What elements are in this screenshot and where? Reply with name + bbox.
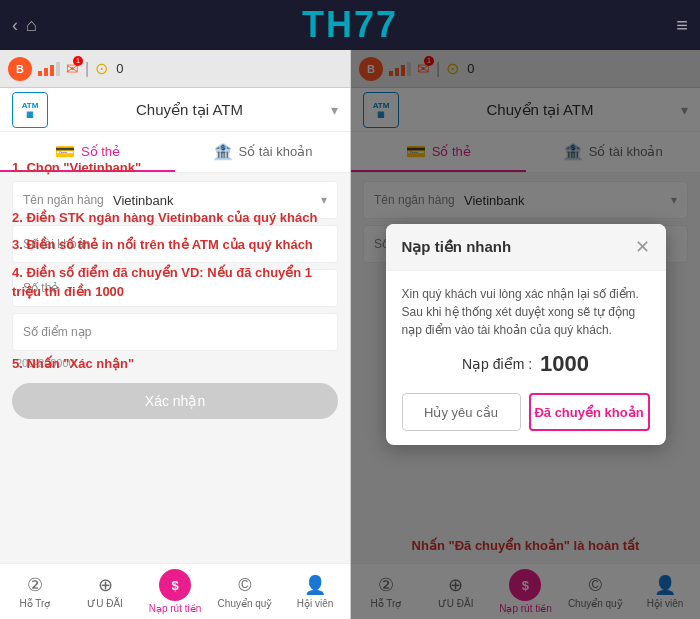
account-input-left[interactable] — [113, 237, 327, 252]
form-area-left: Tên ngân hàng Vietinbank ▾ Số tài khoản … — [0, 173, 350, 563]
back-icon[interactable]: ‹ — [12, 15, 18, 36]
card-label-left: Số thẻ — [23, 281, 113, 295]
modal-title: Nạp tiền nhanh — [402, 238, 512, 256]
avatar-left: B — [8, 57, 32, 81]
points-hint-left: 200-200000 — [12, 357, 338, 369]
nav-chuyen-quy-left[interactable]: © Chuyển quỹ — [210, 575, 280, 609]
card-row-left: Số thẻ — [12, 269, 338, 307]
right-panel: B ✉ 1 | ⊙ 0 ATM ▦ Chuyển tại ATM ▾ 💳 — [350, 50, 700, 619]
hoi-vien-icon-left: 👤 — [304, 574, 326, 596]
ho-tro-label-left: Hỗ Trợ — [20, 598, 51, 609]
mail-icon-left: ✉ 1 — [66, 60, 79, 78]
zero-left: 0 — [116, 61, 123, 76]
ho-tro-icon-left: ② — [27, 574, 43, 596]
modal-overlay: Nạp tiền nhanh ✕ Xin quý khách vui lòng … — [351, 50, 700, 619]
bottom-nav-left: ② Hỗ Trợ ⊕ ƯU ĐÃI $ Nạp rút tiền © Chuyể… — [0, 563, 350, 619]
nav-uu-dai-left[interactable]: ⊕ ƯU ĐÃI — [70, 574, 140, 609]
atm-icon-left: ATM ▦ — [12, 92, 48, 128]
bank-value-left: Vietinbank — [113, 193, 321, 208]
status-bar-left: B ✉ 1 | ⊙ 0 — [0, 50, 350, 88]
signal-bars-left — [38, 62, 60, 76]
mail-badge-left: 1 — [73, 56, 83, 66]
account-label-left: Số tài khoản — [23, 237, 113, 251]
brand-logo: TH77 — [302, 4, 398, 46]
chuyen-quy-icon-left: © — [238, 575, 251, 596]
modal-points-label: Nạp điểm : — [462, 356, 532, 372]
header-title-left: Chuyển tại ATM — [136, 101, 243, 119]
account-row-left: Số tài khoản — [12, 225, 338, 263]
top-banner: ‹ ⌂ TH77 ≡ — [0, 0, 700, 50]
tab-so-the-left[interactable]: 💳 Số thẻ — [0, 132, 175, 172]
bank-label-left: Tên ngân hàng — [23, 193, 113, 207]
points-row-left: Số điểm nạp — [12, 313, 338, 351]
tab-so-tai-khoan-label-left: Số tài khoản — [239, 144, 313, 159]
coin-icon-left: ⊙ — [95, 59, 108, 78]
points-label-left: Số điểm nạp — [23, 325, 113, 339]
divider-left: | — [85, 60, 89, 78]
hoi-vien-label-left: Hội viên — [297, 598, 334, 609]
tab-so-tai-khoan-left[interactable]: 🏦 Số tài khoản — [175, 132, 350, 172]
confirm-transfer-button[interactable]: Đã chuyển khoản — [529, 393, 650, 431]
home-icon[interactable]: ⌂ — [26, 15, 37, 36]
modal-description: Xin quý khách vui lòng xác nhận lại số đ… — [402, 285, 650, 339]
uu-dai-icon-left: ⊕ — [98, 574, 113, 596]
banner-right: ≡ — [676, 14, 688, 37]
bank-icon-left: 🏦 — [213, 142, 233, 161]
cancel-button[interactable]: Hủy yêu cầu — [402, 393, 521, 431]
nav-hoi-vien-left[interactable]: 👤 Hội viên — [280, 574, 350, 609]
confirm-btn-left[interactable]: Xác nhận — [12, 383, 338, 419]
chevron-down-left[interactable]: ▾ — [331, 102, 338, 118]
modal-body: Xin quý khách vui lòng xác nhận lại số đ… — [386, 271, 666, 445]
left-panel: B ✉ 1 | ⊙ 0 ATM ▦ Chuyển tại ATM ▾ 💳 — [0, 50, 350, 619]
uu-dai-label-left: ƯU ĐÃI — [87, 598, 123, 609]
modal-points-row: Nạp điểm : 1000 — [402, 351, 650, 377]
modal-close-button[interactable]: ✕ — [635, 236, 650, 258]
modal-box: Nạp tiền nhanh ✕ Xin quý khách vui lòng … — [386, 224, 666, 445]
card-input-left[interactable] — [113, 281, 327, 296]
app-header-left: ATM ▦ Chuyển tại ATM ▾ — [0, 88, 350, 132]
nap-rut-label-left: Nạp rút tiền — [149, 603, 202, 614]
phones-container: B ✉ 1 | ⊙ 0 ATM ▦ Chuyển tại ATM ▾ 💳 — [0, 50, 700, 619]
modal-header: Nạp tiền nhanh ✕ — [386, 224, 666, 271]
chuyen-quy-label-left: Chuyển quỹ — [218, 598, 273, 609]
tab-so-the-label-left: Số thẻ — [81, 144, 120, 159]
modal-actions: Hủy yêu cầu Đã chuyển khoản — [402, 393, 650, 431]
tabs-left: 💳 Số thẻ 🏦 Số tài khoản — [0, 132, 350, 173]
modal-points-value: 1000 — [540, 351, 589, 377]
nap-rut-icon-circle-left: $ — [159, 569, 191, 601]
nav-nap-rut-tien-left[interactable]: $ Nạp rút tiền — [140, 569, 210, 614]
nav-ho-tro-left[interactable]: ② Hỗ Trợ — [0, 574, 70, 609]
bank-select-arrow-left[interactable]: ▾ — [321, 193, 327, 207]
card-icon-left: 💳 — [55, 142, 75, 161]
bank-row-left: Tên ngân hàng Vietinbank ▾ — [12, 181, 338, 219]
banner-left: ‹ ⌂ — [12, 15, 37, 36]
menu-icon[interactable]: ≡ — [676, 14, 688, 36]
points-input-left[interactable] — [113, 325, 327, 340]
